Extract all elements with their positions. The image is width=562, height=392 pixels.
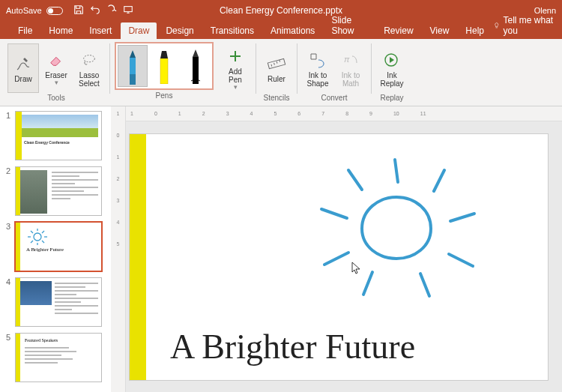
autosave-toggle[interactable] [46,7,63,15]
tab-view[interactable]: View [423,22,457,39]
svg-line-25 [449,254,473,266]
lasso-icon [81,49,97,71]
autosave-label: AutoSave [6,6,42,15]
sun-ink-drawing[interactable] [317,154,504,304]
accent-bar [130,134,146,380]
ruler-button[interactable]: Ruler [261,43,292,93]
svg-line-23 [434,170,444,191]
eraser-icon [48,49,64,71]
slide-title[interactable]: A Brighter Future [170,327,415,367]
tab-slideshow[interactable]: Slide Show [324,12,375,39]
lasso-label-1: Lasso [79,71,100,79]
pens-gallery[interactable] [115,42,214,90]
separator [371,43,372,94]
separator [297,43,297,94]
slide-canvas-area: 1012345 101234567891011 [111,106,562,392]
svg-text:π: π [344,55,350,64]
tell-me-label: Tell me what you [504,15,556,36]
svg-line-19 [42,241,44,243]
present-icon[interactable] [123,4,133,16]
svg-rect-9 [268,58,285,68]
ink-to-math-button[interactable]: π Ink to Math [335,43,366,93]
tab-review[interactable]: Review [376,22,420,39]
thumb-slide-2[interactable] [15,166,102,216]
ink-replay-button[interactable]: Ink Replay [376,43,408,93]
title-bar: AutoSave Clean Energy Conference.pptx Ol… [0,0,562,21]
thumb-num: 3 [3,222,10,271]
save-icon[interactable] [73,4,84,16]
add-pen-button[interactable]: Add Pen▾ [220,43,251,93]
lasso-select-button[interactable]: Lasso Select [73,43,105,93]
thumb-slide-5[interactable]: Featured Speakers [15,333,102,382]
separator [256,43,256,94]
thumb-title: Featured Speakers [25,338,58,343]
svg-marker-8 [193,49,199,57]
ink-to-shape-button[interactable]: Ink to Shape [302,43,333,93]
tab-insert[interactable]: Insert [82,22,119,39]
svg-rect-3 [130,74,136,85]
thumb-num: 2 [3,166,10,216]
ribbon-tabs: File Home Insert Draw Design Transitions… [0,21,562,39]
tab-transitions[interactable]: Transitions [203,22,262,39]
tell-me-search[interactable]: Tell me what you [493,15,562,39]
draw-icon [14,52,32,75]
stencils-group-label: Stencils [263,94,289,104]
slide-viewport[interactable]: A Brighter Future [126,121,562,392]
replay-group-label: Replay [380,94,403,104]
horizontal-ruler[interactable]: 101234567891011 [126,106,562,121]
add-pen-l1: Add [229,67,242,76]
lightbulb-icon [493,21,500,30]
thumb-title: Clean Energy Conference [24,140,70,145]
thumb-num: 4 [3,277,10,327]
tools-group-label: Tools [47,94,64,104]
replay-icon [383,49,401,71]
slide-thumbnails-panel[interactable]: 1 Clean Energy Conference 2 3 A Brighter… [0,106,111,392]
tab-design[interactable]: Design [158,22,201,39]
pen-yellow-highlighter[interactable] [149,45,179,87]
thumb-slide-1[interactable]: Clean Energy Conference [15,111,102,160]
document-title: Clean Energy Conference.pptx [220,5,342,16]
add-pen-l2: Pen [229,76,242,84]
svg-line-29 [321,209,347,218]
svg-marker-4 [130,50,136,58]
vertical-ruler[interactable]: 1012345 [111,106,126,392]
lasso-label-2: Select [79,79,100,88]
svg-point-1 [84,55,95,61]
eraser-button[interactable]: Eraser▾ [40,43,72,93]
workspace: 1 Clean Energy Conference 2 3 A Brighter… [0,106,562,392]
thumb-slide-4[interactable] [15,277,102,327]
tab-home[interactable]: Home [41,22,80,39]
svg-line-21 [42,231,44,233]
svg-line-28 [324,253,348,265]
thumb-slide-3[interactable]: A Brighter Future [15,222,102,271]
tab-help[interactable]: Help [458,22,492,39]
plus-icon [228,45,243,67]
svg-point-13 [34,233,41,241]
ink-shape-l1: Ink to [309,71,327,79]
quick-access-toolbar [73,4,133,16]
ink-replay-l1: Ink [387,71,396,79]
current-slide[interactable]: A Brighter Future [129,133,549,381]
svg-line-18 [31,231,33,233]
svg-rect-5 [160,58,168,84]
pens-group-label: Pens [156,91,173,102]
draw-button[interactable]: Draw [7,43,39,93]
pen-blue[interactable] [118,45,148,87]
pen-black[interactable] [181,45,211,87]
draw-label: Draw [14,75,31,83]
tab-file[interactable]: File [10,22,40,39]
user-name[interactable]: Olenn [534,6,556,15]
redo-icon[interactable] [106,4,117,16]
ribbon: Draw Eraser▾ Lasso Select Tools [0,39,562,106]
cursor-icon [351,262,362,275]
svg-line-27 [363,272,372,295]
ruler-icon [267,52,286,75]
tab-animations[interactable]: Animations [263,22,322,39]
ink-shape-l2: Shape [307,79,329,88]
svg-marker-6 [160,51,168,58]
undo-icon[interactable] [90,4,100,16]
svg-line-22 [395,160,398,182]
svg-line-26 [420,274,429,296]
ruler-label: Ruler [268,75,285,83]
tab-draw[interactable]: Draw [121,22,157,39]
